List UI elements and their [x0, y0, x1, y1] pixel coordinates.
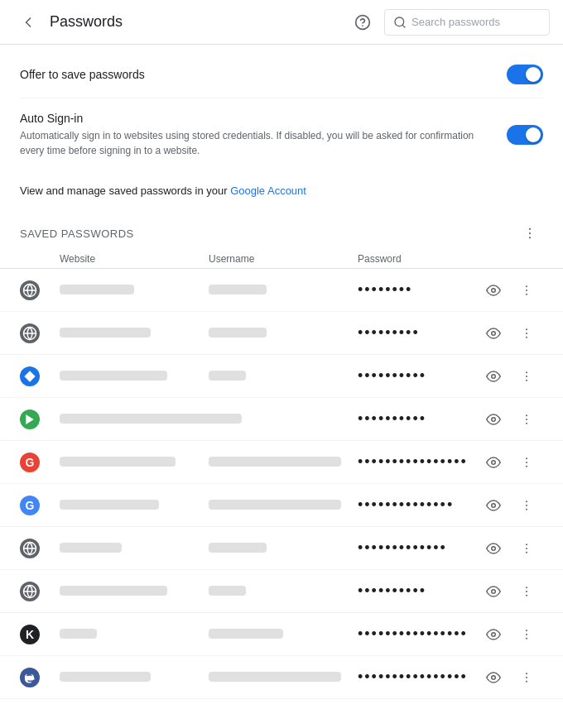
svg-point-55 — [526, 680, 527, 682]
reveal-password-button[interactable] — [480, 535, 507, 562]
col-more-header — [513, 253, 543, 265]
auto-signin-description: Automatically sign in to websites using … — [20, 128, 484, 158]
site-url — [60, 671, 209, 684]
col-website-header: Website — [60, 253, 209, 265]
back-button[interactable] — [13, 7, 43, 37]
reveal-password-button[interactable] — [480, 277, 507, 304]
username-field — [209, 628, 358, 641]
site-url — [60, 585, 209, 598]
password-field: ••••••••• — [358, 324, 480, 342]
row-more-button[interactable] — [513, 277, 540, 304]
password-row[interactable]: •••••••• — [0, 269, 563, 312]
site-icon — [20, 323, 60, 343]
password-row[interactable]: G•••••••••••••••• — [0, 441, 563, 484]
site-icon — [20, 539, 60, 558]
row-more-button[interactable] — [513, 492, 540, 519]
site-url — [60, 542, 209, 555]
help-button[interactable] — [348, 7, 378, 37]
username-field — [209, 370, 358, 383]
password-field: •••••••••••••••• — [358, 625, 480, 643]
svg-point-28 — [492, 460, 496, 464]
password-row[interactable]: •••••••••••••••• — [0, 656, 563, 699]
saved-passwords-more-button[interactable] — [517, 220, 543, 247]
password-row[interactable]: •••••••••• — [0, 355, 563, 398]
svg-point-22 — [526, 379, 527, 381]
auto-signin-label: Auto Sign-in — [20, 112, 484, 125]
password-row[interactable]: ••••••••• — [0, 312, 563, 355]
offer-to-save-label: Offer to save passwords — [20, 68, 145, 81]
svg-point-51 — [526, 637, 527, 639]
site-url — [60, 628, 209, 641]
row-more-button[interactable] — [513, 320, 540, 347]
svg-point-29 — [526, 457, 527, 459]
reveal-password-button[interactable] — [480, 664, 507, 691]
site-url — [60, 284, 209, 297]
reveal-password-button[interactable] — [480, 492, 507, 519]
username-field — [209, 456, 358, 469]
account-link-row: View and manage saved passwords in your … — [0, 178, 563, 210]
row-more-button[interactable] — [513, 621, 540, 648]
svg-marker-23 — [26, 414, 33, 424]
svg-point-5 — [529, 232, 531, 234]
page-title: Passwords — [50, 13, 348, 31]
password-row[interactable]: K•••••••••••••••• — [0, 613, 563, 656]
row-more-button[interactable] — [513, 535, 540, 562]
svg-point-35 — [526, 508, 527, 510]
svg-point-46 — [526, 591, 527, 592]
saved-passwords-header: Saved Passwords — [0, 210, 563, 250]
toggle-slider-2 — [507, 125, 543, 145]
offer-to-save-toggle[interactable] — [507, 65, 543, 84]
site-icon — [20, 582, 60, 601]
username-field — [209, 542, 358, 555]
col-eye-header — [480, 253, 513, 265]
username-field — [209, 284, 358, 297]
svg-point-39 — [526, 544, 527, 545]
toggle-slider — [507, 65, 543, 84]
password-row[interactable]: G•••••••••••••• — [0, 484, 563, 527]
search-input[interactable] — [411, 16, 541, 28]
svg-point-27 — [526, 422, 527, 424]
svg-point-31 — [526, 465, 527, 467]
username-field — [209, 671, 358, 684]
password-row[interactable]: •••••••••• — [0, 570, 563, 613]
search-box[interactable] — [384, 9, 550, 36]
password-field: •••••••••••••••• — [358, 453, 480, 471]
reveal-password-button[interactable] — [480, 449, 507, 476]
table-headers: Website Username Password — [0, 250, 563, 269]
site-icon — [20, 410, 60, 429]
reveal-password-button[interactable] — [480, 320, 507, 347]
svg-point-18 — [526, 336, 527, 338]
offer-to-save-row: Offer to save passwords — [20, 51, 543, 98]
reveal-password-button[interactable] — [480, 406, 507, 433]
header: Passwords — [0, 0, 563, 45]
svg-point-24 — [492, 417, 496, 421]
search-icon — [393, 16, 407, 29]
col-password-header: Password — [358, 253, 480, 265]
reveal-password-button[interactable] — [480, 578, 507, 605]
password-field: •••••••• — [358, 281, 480, 299]
row-more-button[interactable] — [513, 449, 540, 476]
google-account-link[interactable]: Google Account — [230, 184, 306, 197]
password-row[interactable]: •••••••••• — [0, 398, 563, 441]
reveal-password-button[interactable] — [480, 621, 507, 648]
saved-passwords-title: Saved Passwords — [20, 228, 134, 240]
password-field: •••••••••••••• — [358, 496, 480, 514]
row-more-button[interactable] — [513, 406, 540, 433]
password-field: •••••••••• — [358, 410, 480, 428]
svg-point-53 — [526, 673, 527, 674]
svg-point-15 — [492, 331, 496, 335]
svg-point-10 — [526, 285, 527, 287]
svg-point-9 — [492, 288, 496, 292]
username-field — [209, 585, 358, 598]
row-more-button[interactable] — [513, 363, 540, 390]
row-more-button[interactable] — [513, 664, 540, 691]
auto-signin-toggle[interactable] — [507, 125, 543, 145]
password-field: •••••••••••••••• — [358, 668, 480, 686]
password-row[interactable]: ••••••••••••• — [0, 527, 563, 570]
reveal-password-button[interactable] — [480, 363, 507, 390]
svg-point-16 — [526, 328, 527, 330]
row-more-button[interactable] — [513, 578, 540, 605]
svg-point-47 — [526, 594, 527, 596]
password-field: ••••••••••••• — [358, 539, 480, 557]
svg-point-41 — [526, 551, 527, 553]
